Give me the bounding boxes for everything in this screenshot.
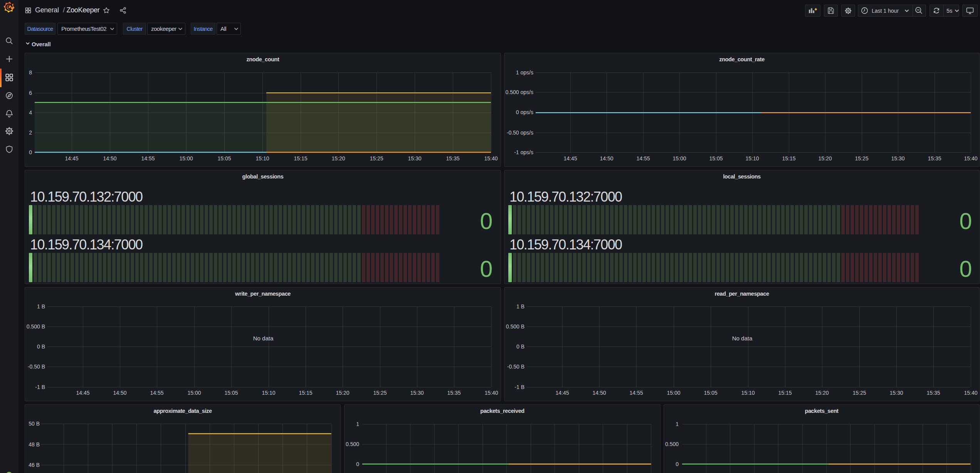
svg-text:14:50: 14:50 bbox=[103, 155, 116, 162]
svg-text:15:40: 15:40 bbox=[964, 155, 977, 162]
svg-text:15:30: 15:30 bbox=[889, 390, 903, 396]
svg-text:15:25: 15:25 bbox=[370, 155, 383, 162]
svg-text:15:10: 15:10 bbox=[262, 390, 275, 396]
svg-text:15:35: 15:35 bbox=[926, 390, 940, 396]
svg-text:15:15: 15:15 bbox=[778, 390, 792, 396]
svg-text:15:20: 15:20 bbox=[818, 155, 832, 162]
svg-text:46 B: 46 B bbox=[29, 462, 40, 468]
svg-text:0: 0 bbox=[480, 209, 493, 234]
svg-text:15:35: 15:35 bbox=[446, 155, 459, 162]
svg-text:15:25: 15:25 bbox=[373, 390, 387, 396]
svg-text:1: 1 bbox=[676, 421, 679, 427]
svg-text:15:00: 15:00 bbox=[187, 390, 201, 396]
svg-text:15:15: 15:15 bbox=[782, 155, 795, 162]
svg-text:0: 0 bbox=[480, 256, 493, 282]
svg-text:-1 ops/s: -1 ops/s bbox=[514, 149, 533, 155]
svg-text:14:45: 14:45 bbox=[555, 390, 569, 396]
svg-text:15:10: 15:10 bbox=[256, 155, 269, 162]
svg-text:1 B: 1 B bbox=[37, 303, 45, 310]
svg-text:15:25: 15:25 bbox=[852, 390, 866, 396]
svg-text:1: 1 bbox=[356, 421, 359, 427]
svg-text:15:35: 15:35 bbox=[928, 155, 941, 162]
svg-text:0.500 B: 0.500 B bbox=[506, 323, 524, 330]
svg-text:1 B: 1 B bbox=[516, 303, 524, 310]
svg-text:50 B: 50 B bbox=[29, 421, 40, 427]
svg-text:15:05: 15:05 bbox=[704, 390, 717, 396]
svg-text:10.159.70.132:7000: 10.159.70.132:7000 bbox=[30, 189, 143, 205]
svg-text:0: 0 bbox=[356, 461, 359, 467]
svg-text:No data: No data bbox=[253, 335, 274, 342]
svg-text:15:10: 15:10 bbox=[741, 390, 755, 396]
svg-text:15:30: 15:30 bbox=[410, 390, 424, 396]
svg-text:15:40: 15:40 bbox=[964, 390, 977, 396]
svg-text:6: 6 bbox=[29, 90, 32, 96]
svg-text:15:40: 15:40 bbox=[484, 155, 498, 162]
svg-text:15:25: 15:25 bbox=[855, 155, 868, 162]
svg-text:4: 4 bbox=[29, 109, 32, 116]
svg-text:15:00: 15:00 bbox=[667, 390, 680, 396]
svg-text:-0.50 B: -0.50 B bbox=[28, 364, 45, 370]
svg-text:15:40: 15:40 bbox=[484, 390, 498, 396]
svg-text:0 B: 0 B bbox=[516, 343, 524, 350]
svg-text:0: 0 bbox=[676, 461, 679, 467]
svg-text:14:50: 14:50 bbox=[113, 390, 126, 396]
svg-text:14:50: 14:50 bbox=[600, 155, 613, 162]
svg-text:15:00: 15:00 bbox=[179, 155, 193, 162]
svg-text:15:05: 15:05 bbox=[217, 155, 231, 162]
svg-text:0.500 B: 0.500 B bbox=[27, 323, 45, 330]
svg-text:15:20: 15:20 bbox=[336, 390, 349, 396]
svg-text:0.500: 0.500 bbox=[346, 441, 359, 447]
svg-text:0: 0 bbox=[960, 209, 972, 234]
svg-text:15:35: 15:35 bbox=[447, 390, 461, 396]
svg-text:15:15: 15:15 bbox=[299, 390, 312, 396]
svg-text:14:55: 14:55 bbox=[141, 155, 155, 162]
svg-text:15:00: 15:00 bbox=[672, 155, 686, 162]
svg-text:-0.50 ops/s: -0.50 ops/s bbox=[507, 130, 533, 136]
svg-text:15:20: 15:20 bbox=[815, 390, 829, 396]
svg-text:10.159.70.134:7000: 10.159.70.134:7000 bbox=[509, 237, 622, 252]
svg-text:15:30: 15:30 bbox=[408, 155, 421, 162]
svg-text:48 B: 48 B bbox=[29, 441, 40, 448]
svg-text:0.500 ops/s: 0.500 ops/s bbox=[506, 89, 533, 95]
svg-text:14:55: 14:55 bbox=[629, 390, 643, 396]
svg-text:15:10: 15:10 bbox=[745, 155, 759, 162]
svg-text:14:45: 14:45 bbox=[563, 155, 577, 162]
svg-text:8: 8 bbox=[29, 69, 32, 76]
svg-text:15:05: 15:05 bbox=[709, 155, 723, 162]
svg-text:14:50: 14:50 bbox=[592, 390, 606, 396]
svg-text:14:45: 14:45 bbox=[65, 155, 78, 162]
svg-text:0 B: 0 B bbox=[37, 343, 45, 350]
svg-text:0 ops/s: 0 ops/s bbox=[516, 109, 533, 115]
svg-text:15:20: 15:20 bbox=[331, 155, 345, 162]
svg-text:0: 0 bbox=[29, 149, 32, 155]
svg-text:0: 0 bbox=[960, 256, 972, 282]
svg-text:-1 B: -1 B bbox=[514, 384, 524, 390]
svg-text:0.500: 0.500 bbox=[665, 441, 679, 447]
svg-text:-1 B: -1 B bbox=[35, 384, 45, 390]
svg-text:15:30: 15:30 bbox=[891, 155, 904, 162]
svg-text:14:55: 14:55 bbox=[150, 390, 163, 396]
svg-text:2: 2 bbox=[29, 130, 32, 136]
svg-text:No data: No data bbox=[732, 335, 753, 342]
svg-text:14:55: 14:55 bbox=[636, 155, 650, 162]
svg-text:10.159.70.132:7000: 10.159.70.132:7000 bbox=[509, 189, 622, 205]
svg-text:15:05: 15:05 bbox=[224, 390, 238, 396]
svg-text:14:45: 14:45 bbox=[76, 390, 89, 396]
svg-text:1 ops/s: 1 ops/s bbox=[516, 69, 533, 76]
svg-text:-0.50 B: -0.50 B bbox=[507, 364, 524, 370]
svg-text:10.159.70.134:7000: 10.159.70.134:7000 bbox=[30, 237, 143, 252]
svg-text:15:15: 15:15 bbox=[294, 155, 307, 162]
